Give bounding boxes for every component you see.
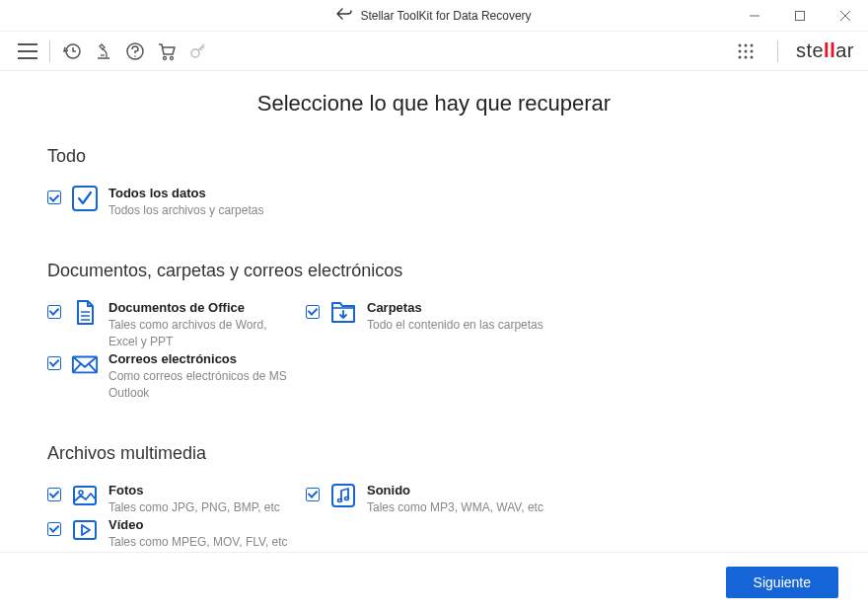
- option-title: Vídeo: [108, 516, 296, 534]
- checkbox-audio[interactable]: [306, 488, 320, 501]
- option-title: Correos electrónicos: [108, 350, 296, 368]
- svg-point-6: [191, 49, 199, 57]
- svg-point-3: [134, 55, 136, 57]
- section-documents: Documentos, carpetas y correos electróni…: [47, 261, 821, 402]
- option-title: Documentos de Office: [108, 299, 296, 317]
- option-desc: Tales como archivos de Word, Excel y PPT: [108, 317, 296, 350]
- brand-logo: stellar: [796, 39, 854, 62]
- next-button[interactable]: Siguiente: [726, 567, 838, 598]
- play-icon: [71, 516, 99, 544]
- option-audio[interactable]: Sonido Tales como MP3, WMA, WAV, etc: [306, 482, 564, 516]
- option-title: Todos los datos: [108, 185, 811, 202]
- svg-point-15: [750, 55, 753, 58]
- option-photos[interactable]: Fotos Tales como JPG, PNG, BMP, etc: [47, 482, 306, 516]
- toolbar-divider: [49, 40, 50, 62]
- window-title-group: Stellar ToolKit for Data Recovery: [336, 7, 531, 24]
- logo-post: ar: [835, 39, 854, 61]
- option-emails[interactable]: Correos electrónicos Como correos electr…: [47, 350, 306, 402]
- svg-point-12: [750, 49, 753, 52]
- svg-point-19: [79, 491, 83, 495]
- svg-point-14: [744, 55, 747, 58]
- svg-rect-16: [73, 187, 97, 210]
- page-title: Seleccione lo que hay que recuperar: [47, 91, 821, 116]
- option-video[interactable]: Vídeo Tales como MPEG, MOV, FLV, etc: [47, 516, 306, 551]
- svg-point-10: [738, 49, 741, 52]
- main-content: Seleccione lo que hay que recuperar Todo…: [0, 71, 868, 552]
- footer: Siguiente: [0, 552, 868, 612]
- logo-mid: ll: [824, 39, 835, 61]
- back-icon[interactable]: [336, 7, 352, 24]
- option-title: Sonido: [367, 482, 554, 499]
- option-text: Carpetas Todo el contenido en las carpet…: [367, 299, 554, 334]
- option-text: Correos electrónicos Como correos electr…: [108, 350, 296, 402]
- svg-point-11: [744, 49, 747, 52]
- option-folders[interactable]: Carpetas Todo el contenido en las carpet…: [306, 299, 564, 350]
- option-title: Fotos: [108, 482, 296, 499]
- document-icon: [71, 299, 99, 327]
- svg-point-9: [750, 43, 753, 46]
- microscope-icon[interactable]: [90, 38, 117, 65]
- section-header-documents: Documentos, carpetas y correos electróni…: [47, 261, 821, 281]
- close-button[interactable]: [823, 0, 868, 32]
- svg-point-4: [164, 56, 167, 59]
- checkbox-photos[interactable]: [47, 488, 61, 501]
- svg-rect-20: [332, 485, 354, 506]
- section-everything: Todo Todos los datos Todos los archivos …: [47, 146, 821, 219]
- svg-point-13: [738, 55, 741, 58]
- svg-point-8: [744, 43, 747, 46]
- checkbox-folders[interactable]: [306, 305, 320, 319]
- minimize-button[interactable]: [732, 0, 777, 32]
- option-desc: Tales como MP3, WMA, WAV, etc: [367, 499, 554, 516]
- option-office[interactable]: Documentos de Office Tales como archivos…: [47, 299, 306, 350]
- titlebar: Stellar ToolKit for Data Recovery: [0, 0, 868, 32]
- history-icon[interactable]: [58, 38, 86, 65]
- option-text: Vídeo Tales como MPEG, MOV, FLV, etc: [108, 516, 296, 551]
- checkbox-all-data[interactable]: [47, 191, 61, 204]
- window-title: Stellar ToolKit for Data Recovery: [360, 9, 531, 23]
- option-title: Carpetas: [367, 299, 554, 317]
- option-desc: Todos los archivos y carpetas: [108, 202, 811, 219]
- checkbox-emails[interactable]: [47, 356, 61, 370]
- option-text: Sonido Tales como MP3, WMA, WAV, etc: [367, 482, 554, 516]
- cart-icon[interactable]: [153, 38, 181, 65]
- svg-rect-23: [74, 521, 96, 539]
- folder-download-icon: [329, 299, 357, 327]
- logo-pre: ste: [796, 39, 824, 61]
- window-controls: [732, 0, 868, 32]
- photo-icon: [71, 482, 99, 509]
- option-text: Fotos Tales como JPG, PNG, BMP, etc: [108, 482, 296, 516]
- checkbox-video[interactable]: [47, 522, 61, 536]
- music-note-icon: [329, 482, 357, 509]
- toolbar-divider: [777, 40, 778, 62]
- checkmark-box-icon: [71, 185, 99, 212]
- toolbar-right: stellar: [732, 38, 854, 65]
- svg-point-21: [338, 498, 342, 501]
- apps-grid-icon[interactable]: [732, 38, 760, 65]
- section-header-everything: Todo: [47, 146, 821, 167]
- option-text: Documentos de Office Tales como archivos…: [108, 299, 296, 350]
- svg-rect-0: [796, 12, 805, 21]
- key-icon[interactable]: [184, 38, 212, 65]
- option-desc: Tales como MPEG, MOV, FLV, etc: [108, 534, 296, 551]
- checkbox-office[interactable]: [47, 305, 61, 319]
- option-all-data[interactable]: Todos los datos Todos los archivos y car…: [47, 185, 821, 219]
- menu-icon[interactable]: [14, 38, 41, 65]
- svg-point-22: [345, 497, 349, 499]
- option-desc: Como correos electrónicos de MS Outlook: [108, 368, 296, 402]
- svg-point-7: [738, 43, 741, 46]
- option-desc: Todo el contenido en las carpetas: [367, 317, 554, 334]
- envelope-icon: [71, 350, 99, 378]
- maximize-button[interactable]: [777, 0, 823, 32]
- toolbar: stellar: [0, 32, 868, 71]
- toolbar-left: [14, 38, 212, 65]
- svg-point-5: [171, 56, 174, 59]
- help-icon[interactable]: [121, 38, 149, 65]
- option-text: Todos los datos Todos los archivos y car…: [108, 185, 811, 219]
- option-desc: Tales como JPG, PNG, BMP, etc: [108, 499, 296, 516]
- section-header-media: Archivos multimedia: [47, 443, 821, 464]
- section-media: Archivos multimedia Fotos Tales como JPG…: [47, 443, 821, 551]
